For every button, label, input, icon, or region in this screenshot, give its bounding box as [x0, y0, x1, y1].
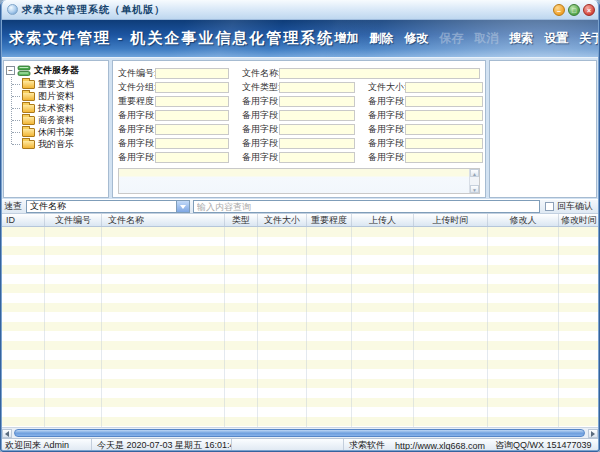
- tree-root-node[interactable]: − 文件服务器: [6, 64, 106, 77]
- maximize-button[interactable]: □: [568, 4, 580, 16]
- column-header-file-size[interactable]: 文件大小: [258, 214, 307, 226]
- column-separator: [44, 227, 45, 427]
- window-title: 求索文件管理系统（单机版）: [22, 3, 165, 17]
- form-input-spare-r6c2[interactable]: [279, 138, 355, 149]
- scrollbar-thumb[interactable]: [14, 429, 585, 437]
- form-row: 文件编号:文件名称:: [118, 66, 480, 80]
- form-input-spare-r4c3[interactable]: [405, 110, 483, 121]
- form-label-spare: 备用字段: [242, 109, 279, 122]
- form-input-file-name-r1c2[interactable]: [279, 68, 480, 79]
- tree-root-label: 文件服务器: [34, 64, 79, 77]
- scroll-left-icon[interactable]: [2, 429, 12, 438]
- column-separator: [257, 227, 258, 427]
- enter-confirm-checkbox[interactable]: [545, 202, 554, 211]
- column-header-upload-time[interactable]: 上传时间: [414, 214, 488, 226]
- form-input-spare-r6c1[interactable]: [155, 138, 229, 149]
- form-input-spare-r3c3[interactable]: [405, 96, 483, 107]
- column-separator: [558, 227, 559, 427]
- close-button[interactable]: ×: [583, 4, 595, 16]
- form-input-spare-r6c3[interactable]: [405, 138, 483, 149]
- form-field-file-name: 文件名称:: [242, 67, 480, 80]
- tree-collapse-icon[interactable]: −: [6, 66, 15, 75]
- scroll-up-icon[interactable]: ▲: [470, 169, 479, 177]
- form-label-file-no: 文件编号:: [118, 67, 155, 80]
- status-spacer: [232, 439, 344, 452]
- menu-save-button[interactable]: 保存: [439, 30, 463, 47]
- menu-delete-button[interactable]: 删除: [369, 30, 393, 47]
- form-input-file-no-r1c1[interactable]: [155, 68, 229, 79]
- form-input-file-group-r2c1[interactable]: [155, 82, 229, 93]
- search-field-select[interactable]: 文件名称: [26, 200, 190, 213]
- scroll-right-icon[interactable]: [588, 429, 598, 438]
- preview-panel: [489, 60, 597, 198]
- column-header-type[interactable]: 类型: [225, 214, 258, 226]
- form-label-file-group: 文件分组:: [118, 81, 155, 94]
- folder-tree-panel: − 文件服务器 重要文档图片资料技术资料商务资料休闲书架我的音乐: [3, 60, 109, 198]
- form-field-spare: 备用字段: [242, 109, 355, 122]
- column-separator: [224, 227, 225, 427]
- form-field-file-size: 文件大小:: [368, 81, 483, 94]
- form-field-spare: 备用字段: [368, 137, 483, 150]
- column-header-modify-time[interactable]: 修改时间: [559, 214, 600, 226]
- column-header-file-name[interactable]: 文件名称: [102, 214, 225, 226]
- column-header-file-no[interactable]: 文件编号: [45, 214, 102, 226]
- form-field-file-group: 文件分组:: [118, 81, 229, 94]
- menu-cancel-button[interactable]: 取消: [474, 30, 498, 47]
- form-field-file-no: 文件编号:: [118, 67, 229, 80]
- status-url[interactable]: http://www.xlq668.com: [395, 441, 485, 451]
- form-input-spare-r4c1[interactable]: [155, 110, 229, 121]
- form-field-spare: 备用字段: [368, 123, 483, 136]
- menu-edit-button[interactable]: 修改: [404, 30, 428, 47]
- column-header-uploader[interactable]: 上传人: [352, 214, 414, 226]
- menu-about-button[interactable]: 关于: [579, 30, 600, 47]
- column-header-modifier[interactable]: 修改人: [488, 214, 559, 226]
- column-header-importance[interactable]: 重要程度: [307, 214, 352, 226]
- tree-item-important-docs[interactable]: 重要文档: [11, 78, 106, 90]
- tree-item-business-docs[interactable]: 商务资料: [11, 114, 106, 126]
- form-label-file-type: 文件类型:: [242, 81, 279, 94]
- menu-settings-button[interactable]: 设置: [544, 30, 568, 47]
- form-input-spare-r7c3[interactable]: [405, 152, 483, 163]
- form-field-spare: 备用字段: [242, 95, 355, 108]
- app-heading: 求索文件管理 - 机关企事业信息化管理系统: [0, 29, 334, 48]
- horizontal-scrollbar: [0, 427, 600, 438]
- main-menu: 增加删除修改保存取消搜索设置关于退出: [334, 30, 600, 47]
- form-input-spare-r3c2[interactable]: [279, 96, 355, 107]
- memo-scrollbar: ▲▼: [469, 169, 479, 193]
- form-input-spare-r5c2[interactable]: [279, 124, 355, 135]
- form-field-spare: 备用字段: [118, 137, 229, 150]
- memo-textarea[interactable]: ▲▼: [118, 168, 480, 194]
- folder-icon: [22, 116, 35, 125]
- quick-search-label: 速查: [4, 200, 22, 213]
- form-input-spare-r5c3[interactable]: [405, 124, 483, 135]
- tree-item-image-files[interactable]: 图片资料: [11, 90, 106, 102]
- form-input-spare-r5c1[interactable]: [155, 124, 229, 135]
- grid-body[interactable]: [0, 227, 600, 427]
- column-separator: [351, 227, 352, 427]
- form-row: 重要程度备用字段备用字段: [118, 94, 480, 108]
- form-input-importance-r3c1[interactable]: [155, 96, 229, 107]
- menu-add-button[interactable]: 增加: [334, 30, 358, 47]
- server-icon: [17, 65, 31, 77]
- column-header-id[interactable]: ID: [0, 214, 45, 226]
- scroll-down-icon[interactable]: ▼: [470, 185, 479, 193]
- tree-item-technical-docs[interactable]: 技术资料: [11, 102, 106, 114]
- tree-item-my-music[interactable]: 我的音乐: [11, 138, 106, 150]
- tree-item-leisure-books[interactable]: 休闲书架: [11, 126, 106, 138]
- form-label-spare: 备用字段: [118, 151, 155, 164]
- form-input-spare-r4c2[interactable]: [279, 110, 355, 121]
- form-label-spare: 备用字段: [368, 151, 405, 164]
- form-input-spare-r7c2[interactable]: [279, 152, 355, 163]
- minimize-button[interactable]: –: [553, 4, 565, 16]
- status-bar: 欢迎回来 Admin 今天是 2020-07-03 星期五 16:01:43 求…: [0, 438, 600, 452]
- chevron-down-icon[interactable]: [176, 201, 189, 212]
- column-separator: [101, 227, 102, 427]
- search-input[interactable]: [193, 200, 540, 213]
- form-label-spare: 备用字段: [118, 109, 155, 122]
- form-input-file-size-r2c3[interactable]: [405, 82, 483, 93]
- form-input-spare-r7c1[interactable]: [155, 152, 229, 163]
- menu-search-button[interactable]: 搜索: [509, 30, 533, 47]
- file-detail-form: 文件编号:文件名称:文件分组:文件类型:文件大小:重要程度备用字段备用字段备用字…: [112, 60, 486, 198]
- form-input-file-type-r2c2[interactable]: [279, 82, 355, 93]
- column-separator: [413, 227, 414, 427]
